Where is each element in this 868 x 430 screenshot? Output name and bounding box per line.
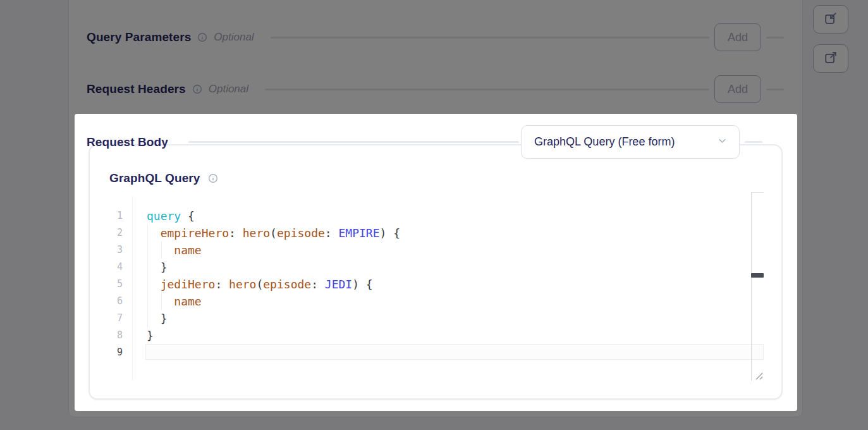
gutter-separator bbox=[132, 196, 133, 381]
scrollbar-track-border bbox=[751, 192, 764, 193]
query-parameters-row: Query Parameters Optional Add bbox=[87, 23, 784, 51]
request-body-row: Request Body GraphQL Query (Free form) bbox=[87, 125, 762, 159]
divider-line bbox=[265, 89, 709, 90]
open-external-icon bbox=[824, 51, 838, 66]
request-body-title: Request Body bbox=[87, 135, 168, 149]
code-lines[interactable]: query { empireHero: hero(episode: EMPIRE… bbox=[147, 207, 400, 361]
scrollbar-thumb[interactable] bbox=[751, 273, 764, 278]
resize-handle-icon[interactable] bbox=[754, 371, 764, 381]
scrollbar-track bbox=[751, 192, 752, 381]
query-parameters-title: Query Parameters bbox=[87, 30, 191, 44]
optional-label: Optional bbox=[214, 31, 254, 44]
info-icon[interactable] bbox=[197, 32, 207, 42]
divider-line bbox=[188, 141, 519, 143]
add-query-parameter-button[interactable]: Add bbox=[714, 23, 761, 51]
body-type-select[interactable]: GraphQL Query (Free form) bbox=[521, 125, 740, 159]
edit-input-button[interactable] bbox=[813, 5, 848, 34]
divider-line bbox=[766, 37, 784, 39]
chevron-down-icon bbox=[717, 135, 728, 149]
info-icon[interactable] bbox=[192, 84, 202, 94]
request-headers-row: Request Headers Optional Add bbox=[87, 75, 784, 103]
line-numbers: 123456789 bbox=[109, 207, 123, 361]
divider-line bbox=[271, 37, 709, 39]
body-type-selected-value: GraphQL Query (Free form) bbox=[534, 135, 717, 149]
edit-input-icon bbox=[824, 11, 838, 27]
open-external-button[interactable] bbox=[813, 44, 848, 73]
divider-line bbox=[766, 89, 784, 90]
graphql-query-editor[interactable]: 123456789 query { empireHero: hero(episo… bbox=[90, 145, 781, 398]
divider-line bbox=[745, 141, 762, 143]
optional-label: Optional bbox=[209, 83, 248, 95]
page-background: Query Parameters Optional Add Request He… bbox=[0, 0, 868, 430]
add-request-header-button[interactable]: Add bbox=[714, 75, 761, 103]
graphql-query-panel: GraphQL Query 123456789 query { empireHe… bbox=[89, 144, 783, 400]
request-headers-title: Request Headers bbox=[87, 82, 186, 96]
